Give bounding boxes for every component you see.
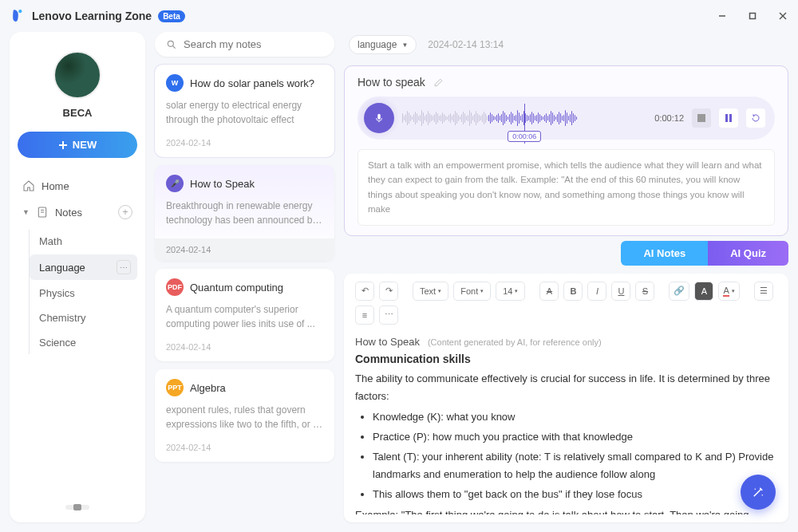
svg-line-11 — [173, 45, 176, 48]
progress-tag: 0:00:06 — [508, 131, 541, 142]
underline-button[interactable]: U — [611, 282, 630, 301]
clear-format-button[interactable]: A — [539, 282, 559, 301]
body-example: Example: "The first thing we're going to… — [355, 506, 777, 514]
editor-toolbar: ↶ ↷ Text ▾ Font ▾ 14 ▾ A B I U S 🔗 A A▾ … — [355, 282, 777, 331]
search-input[interactable] — [184, 38, 323, 50]
number-list-button[interactable]: ≡ — [355, 305, 374, 325]
svg-point-10 — [168, 41, 173, 46]
sidebar-item-chemistry[interactable]: Chemistry — [30, 306, 137, 329]
sidebar-item-science[interactable]: Science — [30, 331, 137, 354]
home-icon — [22, 179, 35, 192]
editor-body[interactable]: How to Speak (Content generated by AI, f… — [355, 331, 777, 514]
bullet-item: Practice (P): how much you practice with… — [373, 428, 777, 446]
doc-disclaimer: (Content generated by AI, for reference … — [428, 337, 602, 347]
note-type-badge: 🎤 — [166, 175, 184, 192]
text-color-button[interactable]: A▾ — [718, 282, 739, 301]
svg-rect-14 — [697, 114, 705, 122]
audio-player[interactable]: 0:00:06 0:00:12 — [358, 97, 775, 140]
sidebar-item-physics[interactable]: Physics — [30, 282, 137, 305]
ai-fab-button[interactable] — [741, 475, 776, 510]
note-card[interactable]: PPTAlgebraexponent rules, rules that gov… — [155, 369, 334, 462]
body-intro: The ability to communicate effectively i… — [355, 370, 777, 405]
audio-title: How to speak — [358, 76, 425, 89]
note-preview: exponent rules, rules that govern expres… — [166, 403, 323, 432]
nav-notes[interactable]: ▼ Notes + — [18, 199, 137, 225]
sidebar: BECA NEW Home ▼ Notes + MathLanguage⋯Phy… — [10, 32, 145, 522]
chevron-down-icon: ▼ — [22, 208, 30, 216]
bullet-item: Talent (T): your inherent ability (note:… — [373, 448, 777, 483]
notes-icon — [36, 206, 49, 219]
note-timestamp: 2024-02-14 13:14 — [428, 39, 504, 50]
svg-point-18 — [762, 495, 764, 496]
note-date: 2024-02-14 — [166, 342, 323, 352]
svg-point-17 — [755, 489, 757, 491]
add-notes-button[interactable]: + — [118, 205, 132, 219]
highlight-button[interactable]: A — [694, 282, 713, 301]
note-type-badge: PPT — [166, 379, 184, 396]
note-date: 2024-02-14 — [166, 443, 323, 452]
strike-button[interactable]: S — [635, 282, 654, 301]
pause-button[interactable] — [719, 108, 738, 128]
note-preview: Breakthrough in renewable energy technol… — [166, 199, 323, 227]
bullet-item: This allows them to "get back on the bus… — [373, 486, 777, 503]
restart-button[interactable] — [746, 108, 765, 128]
nav-home[interactable]: Home — [18, 174, 137, 198]
ai-quiz-tab[interactable]: AI Quiz — [708, 241, 788, 266]
note-card[interactable]: WHow do solar panels work?solar energy t… — [155, 65, 334, 157]
minimize-button[interactable] — [717, 10, 728, 22]
sidebar-item-language[interactable]: Language⋯ — [30, 254, 137, 280]
duration-label: 0:00:12 — [654, 113, 684, 123]
more-button[interactable]: ⋯ — [379, 305, 398, 325]
sidebar-item-math[interactable]: Math — [30, 230, 137, 253]
new-button[interactable]: NEW — [18, 132, 137, 158]
editor-panel: ↶ ↷ Text ▾ Font ▾ 14 ▾ A B I U S 🔗 A A▾ … — [344, 274, 788, 522]
avatar[interactable] — [53, 51, 101, 99]
note-date: 2024-02-14 — [166, 138, 323, 148]
plus-icon — [58, 140, 68, 150]
mic-icon — [373, 112, 385, 124]
notes-list: WHow do solar panels work?solar energy t… — [155, 32, 334, 522]
edit-icon[interactable] — [433, 77, 444, 88]
link-button[interactable]: 🔗 — [669, 282, 689, 301]
note-card[interactable]: 🎤How to SpeakBreakthrough in renewable e… — [155, 165, 334, 261]
language-select[interactable]: language ▼ — [349, 35, 417, 54]
search-icon — [166, 39, 177, 50]
beta-badge: Beta — [158, 10, 185, 22]
bold-button[interactable]: B — [563, 282, 583, 301]
note-card[interactable]: PDFQuantum computingA quantum computer's… — [155, 269, 334, 361]
redo-button[interactable]: ↷ — [379, 282, 398, 301]
mic-button[interactable] — [364, 103, 394, 133]
note-preview: solar energy to electrical energy throug… — [166, 98, 323, 127]
note-title: How to Speak — [190, 178, 255, 190]
bullet-list-button[interactable]: ☰ — [754, 282, 773, 301]
font-select[interactable]: Font ▾ — [453, 282, 491, 301]
note-title: Quantum computing — [190, 282, 283, 294]
svg-point-0 — [18, 10, 22, 13]
app-logo-icon — [10, 8, 26, 24]
maximize-button[interactable] — [747, 10, 758, 22]
search-box[interactable] — [155, 32, 334, 57]
italic-button[interactable]: I — [587, 282, 606, 301]
doc-title: How to Speak — [355, 336, 420, 348]
svg-rect-15 — [725, 114, 728, 122]
section-heading: Communication skills — [355, 353, 777, 365]
subject-more-button[interactable]: ⋯ — [117, 260, 131, 274]
app-title: Lenovo Learning Zone — [32, 10, 152, 22]
sidebar-resize-handle[interactable] — [65, 505, 89, 510]
svg-rect-2 — [750, 14, 756, 19]
svg-rect-16 — [729, 114, 732, 122]
close-button[interactable] — [777, 10, 788, 22]
fontsize-select[interactable]: 14 ▾ — [496, 282, 525, 301]
note-type-badge: W — [166, 74, 184, 92]
username: BECA — [18, 107, 137, 119]
bullet-item: Knowledge (K): what you know — [373, 408, 777, 426]
stop-button[interactable] — [692, 108, 711, 128]
chevron-down-icon: ▼ — [401, 41, 408, 49]
audio-card: How to speak 0:00:06 0:00:12 Start a tal… — [344, 65, 788, 236]
transcript-box: Start a talk with an empowerment promise… — [358, 149, 775, 226]
text-style-select[interactable]: Text ▾ — [413, 282, 448, 301]
undo-button[interactable]: ↶ — [355, 282, 374, 301]
note-title: Algebra — [190, 382, 226, 394]
ai-notes-tab[interactable]: AI Notes — [621, 241, 708, 266]
note-title: How do solar panels work? — [190, 77, 314, 89]
